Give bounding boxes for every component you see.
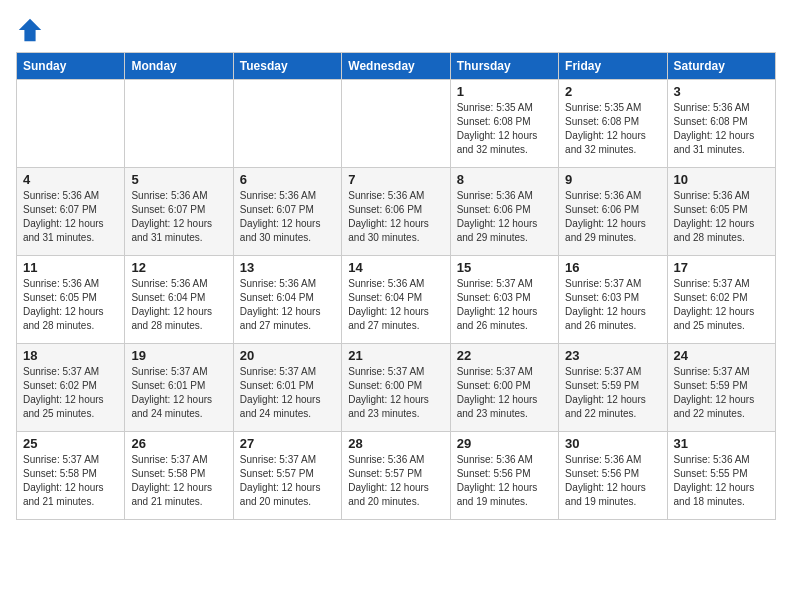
day-cell xyxy=(17,80,125,168)
day-cell: 23Sunrise: 5:37 AM Sunset: 5:59 PM Dayli… xyxy=(559,344,667,432)
day-number: 16 xyxy=(565,260,660,275)
day-cell: 31Sunrise: 5:36 AM Sunset: 5:55 PM Dayli… xyxy=(667,432,775,520)
day-info: Sunrise: 5:37 AM Sunset: 5:57 PM Dayligh… xyxy=(240,453,335,509)
day-cell: 10Sunrise: 5:36 AM Sunset: 6:05 PM Dayli… xyxy=(667,168,775,256)
calendar-body: 1Sunrise: 5:35 AM Sunset: 6:08 PM Daylig… xyxy=(17,80,776,520)
week-row-1: 1Sunrise: 5:35 AM Sunset: 6:08 PM Daylig… xyxy=(17,80,776,168)
day-info: Sunrise: 5:35 AM Sunset: 6:08 PM Dayligh… xyxy=(565,101,660,157)
calendar-header: SundayMondayTuesdayWednesdayThursdayFrid… xyxy=(17,53,776,80)
day-cell: 21Sunrise: 5:37 AM Sunset: 6:00 PM Dayli… xyxy=(342,344,450,432)
day-cell xyxy=(125,80,233,168)
day-number: 30 xyxy=(565,436,660,451)
day-cell: 12Sunrise: 5:36 AM Sunset: 6:04 PM Dayli… xyxy=(125,256,233,344)
day-number: 18 xyxy=(23,348,118,363)
calendar-table: SundayMondayTuesdayWednesdayThursdayFrid… xyxy=(16,52,776,520)
day-info: Sunrise: 5:37 AM Sunset: 6:01 PM Dayligh… xyxy=(131,365,226,421)
day-number: 21 xyxy=(348,348,443,363)
logo xyxy=(16,16,48,44)
week-row-5: 25Sunrise: 5:37 AM Sunset: 5:58 PM Dayli… xyxy=(17,432,776,520)
header-cell-saturday: Saturday xyxy=(667,53,775,80)
day-cell: 25Sunrise: 5:37 AM Sunset: 5:58 PM Dayli… xyxy=(17,432,125,520)
header-cell-tuesday: Tuesday xyxy=(233,53,341,80)
day-number: 11 xyxy=(23,260,118,275)
day-number: 19 xyxy=(131,348,226,363)
day-info: Sunrise: 5:36 AM Sunset: 6:05 PM Dayligh… xyxy=(674,189,769,245)
day-cell: 19Sunrise: 5:37 AM Sunset: 6:01 PM Dayli… xyxy=(125,344,233,432)
day-info: Sunrise: 5:36 AM Sunset: 6:04 PM Dayligh… xyxy=(348,277,443,333)
day-number: 10 xyxy=(674,172,769,187)
day-number: 15 xyxy=(457,260,552,275)
svg-marker-0 xyxy=(19,19,41,41)
day-number: 26 xyxy=(131,436,226,451)
day-cell: 17Sunrise: 5:37 AM Sunset: 6:02 PM Dayli… xyxy=(667,256,775,344)
day-cell: 3Sunrise: 5:36 AM Sunset: 6:08 PM Daylig… xyxy=(667,80,775,168)
day-cell: 14Sunrise: 5:36 AM Sunset: 6:04 PM Dayli… xyxy=(342,256,450,344)
day-number: 14 xyxy=(348,260,443,275)
day-number: 22 xyxy=(457,348,552,363)
day-number: 25 xyxy=(23,436,118,451)
day-number: 8 xyxy=(457,172,552,187)
day-info: Sunrise: 5:37 AM Sunset: 6:01 PM Dayligh… xyxy=(240,365,335,421)
day-info: Sunrise: 5:37 AM Sunset: 5:58 PM Dayligh… xyxy=(23,453,118,509)
day-number: 3 xyxy=(674,84,769,99)
day-info: Sunrise: 5:37 AM Sunset: 5:59 PM Dayligh… xyxy=(565,365,660,421)
day-number: 1 xyxy=(457,84,552,99)
day-info: Sunrise: 5:36 AM Sunset: 6:08 PM Dayligh… xyxy=(674,101,769,157)
day-info: Sunrise: 5:37 AM Sunset: 6:00 PM Dayligh… xyxy=(457,365,552,421)
day-number: 9 xyxy=(565,172,660,187)
week-row-4: 18Sunrise: 5:37 AM Sunset: 6:02 PM Dayli… xyxy=(17,344,776,432)
day-info: Sunrise: 5:35 AM Sunset: 6:08 PM Dayligh… xyxy=(457,101,552,157)
day-info: Sunrise: 5:37 AM Sunset: 5:59 PM Dayligh… xyxy=(674,365,769,421)
day-number: 27 xyxy=(240,436,335,451)
day-info: Sunrise: 5:37 AM Sunset: 6:03 PM Dayligh… xyxy=(565,277,660,333)
day-info: Sunrise: 5:37 AM Sunset: 6:03 PM Dayligh… xyxy=(457,277,552,333)
day-cell: 4Sunrise: 5:36 AM Sunset: 6:07 PM Daylig… xyxy=(17,168,125,256)
day-cell: 30Sunrise: 5:36 AM Sunset: 5:56 PM Dayli… xyxy=(559,432,667,520)
week-row-2: 4Sunrise: 5:36 AM Sunset: 6:07 PM Daylig… xyxy=(17,168,776,256)
day-info: Sunrise: 5:36 AM Sunset: 6:04 PM Dayligh… xyxy=(131,277,226,333)
header-cell-sunday: Sunday xyxy=(17,53,125,80)
day-info: Sunrise: 5:37 AM Sunset: 6:02 PM Dayligh… xyxy=(23,365,118,421)
day-cell: 6Sunrise: 5:36 AM Sunset: 6:07 PM Daylig… xyxy=(233,168,341,256)
day-cell: 7Sunrise: 5:36 AM Sunset: 6:06 PM Daylig… xyxy=(342,168,450,256)
day-number: 2 xyxy=(565,84,660,99)
day-cell xyxy=(233,80,341,168)
day-info: Sunrise: 5:36 AM Sunset: 5:56 PM Dayligh… xyxy=(565,453,660,509)
day-cell: 28Sunrise: 5:36 AM Sunset: 5:57 PM Dayli… xyxy=(342,432,450,520)
header-row: SundayMondayTuesdayWednesdayThursdayFrid… xyxy=(17,53,776,80)
day-cell: 5Sunrise: 5:36 AM Sunset: 6:07 PM Daylig… xyxy=(125,168,233,256)
day-cell: 29Sunrise: 5:36 AM Sunset: 5:56 PM Dayli… xyxy=(450,432,558,520)
day-info: Sunrise: 5:36 AM Sunset: 5:56 PM Dayligh… xyxy=(457,453,552,509)
day-number: 17 xyxy=(674,260,769,275)
day-info: Sunrise: 5:36 AM Sunset: 5:57 PM Dayligh… xyxy=(348,453,443,509)
day-cell: 11Sunrise: 5:36 AM Sunset: 6:05 PM Dayli… xyxy=(17,256,125,344)
day-cell: 24Sunrise: 5:37 AM Sunset: 5:59 PM Dayli… xyxy=(667,344,775,432)
day-info: Sunrise: 5:36 AM Sunset: 5:55 PM Dayligh… xyxy=(674,453,769,509)
day-info: Sunrise: 5:36 AM Sunset: 6:06 PM Dayligh… xyxy=(457,189,552,245)
day-cell: 16Sunrise: 5:37 AM Sunset: 6:03 PM Dayli… xyxy=(559,256,667,344)
day-info: Sunrise: 5:36 AM Sunset: 6:04 PM Dayligh… xyxy=(240,277,335,333)
page-header xyxy=(16,16,776,44)
day-cell: 9Sunrise: 5:36 AM Sunset: 6:06 PM Daylig… xyxy=(559,168,667,256)
day-cell xyxy=(342,80,450,168)
header-cell-thursday: Thursday xyxy=(450,53,558,80)
day-number: 24 xyxy=(674,348,769,363)
day-cell: 1Sunrise: 5:35 AM Sunset: 6:08 PM Daylig… xyxy=(450,80,558,168)
day-number: 31 xyxy=(674,436,769,451)
day-info: Sunrise: 5:36 AM Sunset: 6:07 PM Dayligh… xyxy=(131,189,226,245)
header-cell-friday: Friday xyxy=(559,53,667,80)
day-number: 23 xyxy=(565,348,660,363)
day-info: Sunrise: 5:37 AM Sunset: 6:02 PM Dayligh… xyxy=(674,277,769,333)
day-cell: 2Sunrise: 5:35 AM Sunset: 6:08 PM Daylig… xyxy=(559,80,667,168)
day-cell: 15Sunrise: 5:37 AM Sunset: 6:03 PM Dayli… xyxy=(450,256,558,344)
header-cell-wednesday: Wednesday xyxy=(342,53,450,80)
day-number: 12 xyxy=(131,260,226,275)
day-number: 6 xyxy=(240,172,335,187)
day-cell: 20Sunrise: 5:37 AM Sunset: 6:01 PM Dayli… xyxy=(233,344,341,432)
day-number: 28 xyxy=(348,436,443,451)
day-info: Sunrise: 5:36 AM Sunset: 6:05 PM Dayligh… xyxy=(23,277,118,333)
day-number: 4 xyxy=(23,172,118,187)
day-info: Sunrise: 5:36 AM Sunset: 6:07 PM Dayligh… xyxy=(23,189,118,245)
day-info: Sunrise: 5:37 AM Sunset: 6:00 PM Dayligh… xyxy=(348,365,443,421)
day-number: 20 xyxy=(240,348,335,363)
